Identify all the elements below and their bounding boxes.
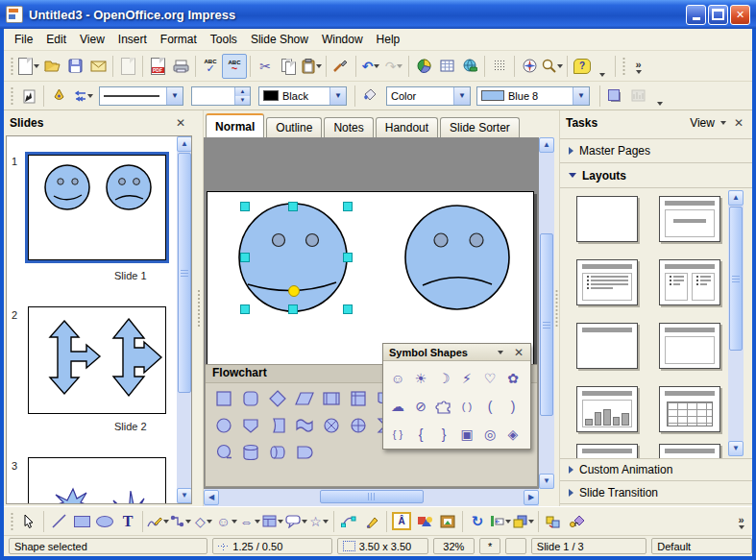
menu-format[interactable]: Format xyxy=(154,29,204,50)
select-tool-button[interactable] xyxy=(17,510,40,533)
flowchart-magnetic-disc-button[interactable] xyxy=(240,442,260,462)
adjust-handle[interactable] xyxy=(289,286,300,297)
flowchart-or-button[interactable] xyxy=(321,415,341,435)
lightning-shape-button[interactable]: ⚡ xyxy=(455,364,478,392)
menu-file[interactable]: File xyxy=(8,29,39,50)
menu-slide-show[interactable]: Slide Show xyxy=(244,29,315,50)
cloud-shape-button[interactable]: ☁ xyxy=(386,392,409,420)
navigator-button[interactable] xyxy=(518,55,541,78)
redo-button[interactable]: ↷ xyxy=(382,55,405,78)
glue-points-button[interactable] xyxy=(360,510,383,533)
hyperlink-button[interactable] xyxy=(458,55,481,78)
export-pdf-button[interactable]: PDF xyxy=(146,55,169,78)
layouts-scrollbar[interactable]: ▲ ▼ xyxy=(728,190,744,456)
toolbar-grip-3[interactable] xyxy=(10,85,14,107)
flowchart-summing-junction-button[interactable] xyxy=(348,415,368,435)
rectangle-tool-button[interactable] xyxy=(70,510,93,533)
section-custom-animation[interactable]: Custom Animation xyxy=(560,458,752,481)
edit-file-button[interactable] xyxy=(116,55,139,78)
gallery-button[interactable] xyxy=(436,510,459,533)
toolbar-options-arrow-2[interactable] xyxy=(657,102,663,106)
canvas-vscroll-thumb[interactable] xyxy=(540,233,553,416)
maximize-button[interactable] xyxy=(708,5,728,25)
stars-button[interactable]: ☆ xyxy=(307,510,330,533)
cut-button[interactable]: ✂ xyxy=(254,55,277,78)
status-zoom[interactable]: 32% xyxy=(433,538,476,554)
slides-scrollbar-thumb[interactable] xyxy=(178,153,191,393)
status-template[interactable]: Default xyxy=(651,538,752,554)
moon-shape-button[interactable]: ☽ xyxy=(432,364,455,392)
square-bevel-shape-button[interactable]: ▣ xyxy=(455,420,478,448)
block-arrows-button[interactable]: ⇔ xyxy=(238,510,261,533)
left-brace-shape-button[interactable]: { xyxy=(409,420,432,448)
callouts-button[interactable] xyxy=(284,510,307,533)
line-tool-button[interactable] xyxy=(47,510,70,533)
title-bar[interactable]: Untitled3 - OpenOffice.org Impress ✕ xyxy=(0,0,756,29)
toolbar-options-arrow[interactable] xyxy=(599,73,605,77)
fill-color-dropdown-arrow[interactable]: ▼ xyxy=(573,87,589,105)
layout-title-bullets[interactable] xyxy=(576,259,638,305)
section-layouts[interactable]: Layouts xyxy=(560,163,752,188)
autospellcheck-button[interactable]: ABC~ xyxy=(222,54,247,79)
tab-outline[interactable]: Outline xyxy=(266,117,322,137)
smiley-face-shape-selected[interactable] xyxy=(234,196,357,317)
layout-title-chart[interactable] xyxy=(576,386,638,432)
flowchart-alternate-process-button[interactable] xyxy=(240,388,260,408)
symbol-shapes-menu-arrow[interactable] xyxy=(498,351,503,354)
drawbar-more-chevron[interactable]: » xyxy=(738,514,744,525)
ellipse-tool-button[interactable] xyxy=(93,510,116,533)
layout-title-two-content[interactable] xyxy=(659,259,720,305)
slides-splitter[interactable] xyxy=(194,110,204,506)
menu-view[interactable]: View xyxy=(73,29,111,50)
format-paintbrush-button[interactable] xyxy=(329,55,353,78)
prohibited-shape-button[interactable]: ⊘ xyxy=(409,392,432,420)
tab-notes[interactable]: Notes xyxy=(324,117,373,137)
fill-color-select[interactable]: Blue 8 ▼ xyxy=(476,86,590,106)
slide-thumbnail-3[interactable] xyxy=(28,457,166,504)
scroll-down-icon[interactable]: ▼ xyxy=(177,488,192,503)
symbol-shapes-close-icon[interactable]: ✕ xyxy=(511,346,526,359)
new-document-button[interactable] xyxy=(17,55,40,78)
scroll-up-icon[interactable]: ▲ xyxy=(177,136,192,152)
layout-title-empty-content[interactable] xyxy=(659,323,720,369)
line-button[interactable] xyxy=(47,85,70,108)
extrusion-button[interactable] xyxy=(542,510,565,533)
menu-window[interactable]: Window xyxy=(315,29,370,50)
arrange-button[interactable] xyxy=(512,510,535,533)
rotate-button[interactable]: ↻ xyxy=(466,510,489,533)
interaction-button[interactable] xyxy=(565,510,588,533)
arrow-style-button[interactable] xyxy=(70,85,93,108)
flowchart-button[interactable] xyxy=(261,510,284,533)
points-button[interactable] xyxy=(337,510,360,533)
flowchart-data-button[interactable] xyxy=(294,388,314,408)
double-bracket-shape-button[interactable]: ( ) xyxy=(455,392,478,420)
tab-normal[interactable]: Normal xyxy=(206,113,264,137)
flowchart-delay-button[interactable] xyxy=(294,442,314,462)
connector-tool-button[interactable] xyxy=(169,510,192,533)
heart-shape-button[interactable]: ♡ xyxy=(478,364,501,392)
menu-insert[interactable]: Insert xyxy=(111,29,154,50)
minimize-button[interactable] xyxy=(686,5,706,25)
undo-button[interactable]: ↶ xyxy=(359,55,382,78)
flowchart-tape-button[interactable] xyxy=(294,415,314,435)
scroll-left-icon[interactable]: ◀ xyxy=(204,490,219,505)
right-bracket-shape-button[interactable]: ) xyxy=(501,392,524,420)
octagon-bevel-shape-button[interactable]: ◎ xyxy=(478,420,501,448)
line-style-select[interactable]: ▼ xyxy=(99,86,183,106)
left-bracket-shape-button[interactable]: ( xyxy=(478,392,501,420)
edit-points-button[interactable] xyxy=(17,85,40,108)
layout-title-table[interactable] xyxy=(659,386,720,432)
layout-partial-1[interactable] xyxy=(576,444,638,458)
flowchart-sequential-access-button[interactable] xyxy=(213,442,233,462)
tab-slide-sorter[interactable]: Slide Sorter xyxy=(440,117,520,137)
toolbar-grip-4[interactable] xyxy=(10,511,14,532)
flower-shape-button[interactable]: ✿ xyxy=(501,364,524,392)
toolbar-grip[interactable] xyxy=(10,56,14,77)
symbol-shapes-button[interactable]: ☺ xyxy=(215,510,238,533)
email-button[interactable] xyxy=(86,55,110,78)
sun-shape-button[interactable]: ☀ xyxy=(409,364,432,392)
scroll-down-icon[interactable]: ▼ xyxy=(728,441,744,456)
layout-blank[interactable] xyxy=(576,196,638,242)
area-button[interactable] xyxy=(358,85,381,108)
smiley-shape-button[interactable]: ☺ xyxy=(386,364,409,392)
